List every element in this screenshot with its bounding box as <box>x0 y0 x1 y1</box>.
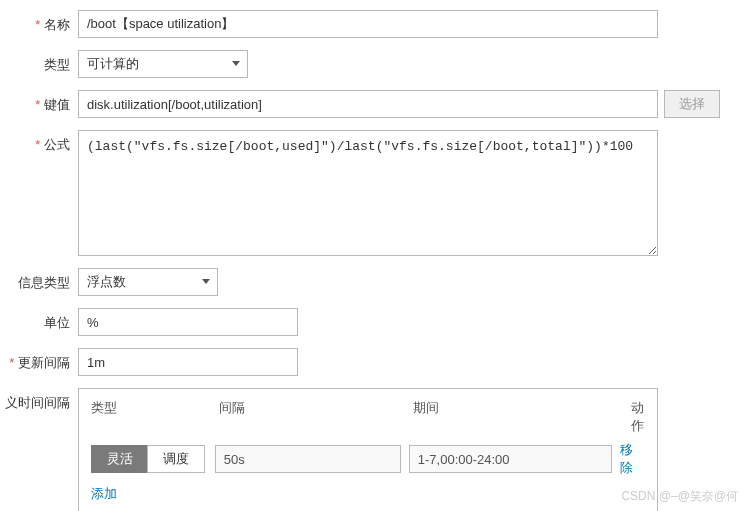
key-input[interactable] <box>78 90 658 118</box>
toggle-flexible[interactable]: 灵活 <box>91 445 147 473</box>
select-key-button[interactable]: 选择 <box>664 90 720 118</box>
interval-type-toggle[interactable]: 灵活 调度 <box>91 445 205 473</box>
info-type-select[interactable]: 浮点数 <box>78 268 218 296</box>
type-select-value: 可计算的 <box>87 55 139 73</box>
label-name: 名称 <box>0 10 78 34</box>
label-type: 类型 <box>0 50 78 74</box>
label-info-type: 信息类型 <box>0 268 78 292</box>
remove-interval-link[interactable]: 移除 <box>620 441 645 477</box>
interval-value-input[interactable] <box>215 445 401 473</box>
custom-interval-box: 类型 间隔 期间 动作 灵活 调度 移除 添加 <box>78 388 658 511</box>
label-update-interval: 更新间隔 <box>0 348 78 372</box>
formula-textarea[interactable]: (last("vfs.fs.size[/boot,used]")/last("v… <box>78 130 658 256</box>
interval-header-period: 期间 <box>413 399 631 435</box>
interval-header-interval: 间隔 <box>219 399 413 435</box>
label-unit: 单位 <box>0 308 78 332</box>
unit-input[interactable] <box>78 308 298 336</box>
interval-header-type: 类型 <box>91 399 219 435</box>
update-interval-input[interactable] <box>78 348 298 376</box>
add-interval-link[interactable]: 添加 <box>91 486 117 501</box>
type-select[interactable]: 可计算的 <box>78 50 248 78</box>
name-input[interactable] <box>78 10 658 38</box>
interval-header-action: 动作 <box>631 399 645 435</box>
toggle-scheduling[interactable]: 调度 <box>147 445 204 473</box>
info-type-select-value: 浮点数 <box>87 273 126 291</box>
period-value-input[interactable] <box>409 445 612 473</box>
label-key: 键值 <box>0 90 78 114</box>
interval-row: 灵活 调度 移除 <box>91 441 645 477</box>
label-custom-interval: 义时间间隔 <box>0 388 78 412</box>
label-formula: 公式 <box>0 130 78 154</box>
